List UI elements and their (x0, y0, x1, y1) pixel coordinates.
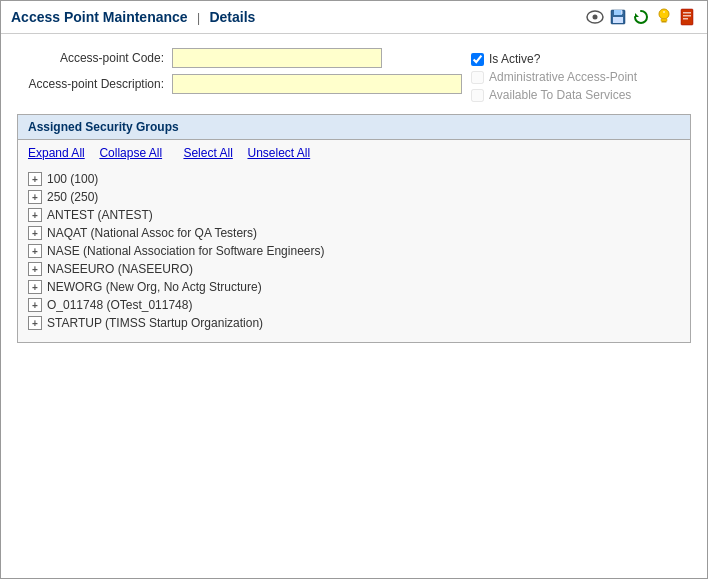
expand-icon[interactable]: + (28, 280, 42, 294)
tree-item-label: STARTUP (TIMSS Startup Organization) (47, 316, 263, 330)
access-point-code-label: Access-point Code: (17, 51, 172, 65)
svg-rect-8 (661, 19, 667, 21)
access-point-description-row: Access-point Description: (17, 74, 471, 94)
administrative-row: Administrative Access-Point (471, 70, 691, 84)
unselect-all-link[interactable]: Unselect All (247, 146, 310, 160)
expand-all-link[interactable]: Expand All (28, 146, 85, 160)
svg-rect-5 (621, 11, 623, 15)
app-title: Access Point Maintenance (11, 9, 188, 25)
left-fields: Access-point Code: Access-point Descript… (17, 48, 471, 100)
expand-icon[interactable]: + (28, 190, 42, 204)
expand-icon[interactable]: + (28, 262, 42, 276)
expand-icon[interactable]: + (28, 226, 42, 240)
expand-icon[interactable]: + (28, 172, 42, 186)
svg-marker-6 (635, 13, 639, 17)
tree-item: +NASEEURO (NASEEURO) (28, 260, 680, 278)
svg-point-1 (593, 15, 598, 20)
tree-item-label: 250 (250) (47, 190, 98, 204)
main-window: Access Point Maintenance | Details (0, 0, 708, 579)
administrative-label: Administrative Access-Point (489, 70, 637, 84)
svg-point-7 (659, 9, 669, 19)
tree-content: +100 (100)+250 (250)+ANTEST (ANTEST)+NAQ… (18, 166, 690, 342)
tree-item-label: NEWORG (New Org, No Actg Structure) (47, 280, 262, 294)
tree-item: +O_011748 (OTest_011748) (28, 296, 680, 314)
svg-rect-3 (614, 10, 622, 15)
available-row: Available To Data Services (471, 88, 691, 102)
svg-rect-11 (681, 9, 693, 25)
tree-item: +NEWORG (New Org, No Actg Structure) (28, 278, 680, 296)
tree-item: +NAQAT (National Assoc for QA Testers) (28, 224, 680, 242)
tree-item-label: O_011748 (OTest_011748) (47, 298, 192, 312)
expand-icon[interactable]: + (28, 208, 42, 222)
svg-rect-14 (683, 18, 688, 20)
svg-rect-4 (613, 17, 623, 23)
expand-icon[interactable]: + (28, 298, 42, 312)
tree-item: +ANTEST (ANTEST) (28, 206, 680, 224)
svg-rect-12 (683, 12, 691, 14)
is-active-checkbox[interactable] (471, 53, 484, 66)
security-groups-header: Assigned Security Groups (18, 115, 690, 140)
security-groups-section: Assigned Security Groups Expand All Coll… (17, 114, 691, 343)
section-toolbar: Expand All Collapse All Select All Unsel… (18, 140, 690, 166)
tree-item-label: 100 (100) (47, 172, 98, 186)
access-point-description-label: Access-point Description: (17, 77, 172, 91)
tree-item: +100 (100) (28, 170, 680, 188)
svg-rect-13 (683, 15, 691, 17)
is-active-row: Is Active? (471, 52, 691, 66)
right-checkboxes: Is Active? Administrative Access-Point A… (471, 48, 691, 102)
title-bar: Access Point Maintenance | Details (1, 1, 707, 34)
administrative-checkbox[interactable] (471, 71, 484, 84)
tree-item-label: NASE (National Association for Software … (47, 244, 324, 258)
tree-item-label: NAQAT (National Assoc for QA Testers) (47, 226, 257, 240)
refresh-icon[interactable] (631, 7, 651, 27)
available-checkbox[interactable] (471, 89, 484, 102)
access-point-code-input[interactable] (172, 48, 382, 68)
tree-item: +250 (250) (28, 188, 680, 206)
expand-icon[interactable]: + (28, 244, 42, 258)
toolbar (585, 7, 697, 27)
collapse-all-link[interactable]: Collapse All (99, 146, 162, 160)
tree-item: +STARTUP (TIMSS Startup Organization) (28, 314, 680, 332)
content-area: Access-point Code: Access-point Descript… (1, 34, 707, 357)
expand-icon[interactable]: + (28, 316, 42, 330)
eye-icon[interactable] (585, 7, 605, 27)
access-point-description-input[interactable] (172, 74, 462, 94)
svg-rect-9 (662, 21, 667, 23)
window-title: Access Point Maintenance | Details (11, 9, 255, 25)
report-icon[interactable] (677, 7, 697, 27)
top-section: Access-point Code: Access-point Descript… (17, 48, 691, 102)
save-icon[interactable] (608, 7, 628, 27)
page-subtitle: Details (209, 9, 255, 25)
tree-item-label: NASEEURO (NASEEURO) (47, 262, 193, 276)
tree-item: +NASE (National Association for Software… (28, 242, 680, 260)
access-point-code-row: Access-point Code: (17, 48, 471, 68)
tree-item-label: ANTEST (ANTEST) (47, 208, 153, 222)
bulb-icon[interactable] (654, 7, 674, 27)
available-label: Available To Data Services (489, 88, 631, 102)
is-active-label: Is Active? (489, 52, 540, 66)
select-all-link[interactable]: Select All (183, 146, 232, 160)
